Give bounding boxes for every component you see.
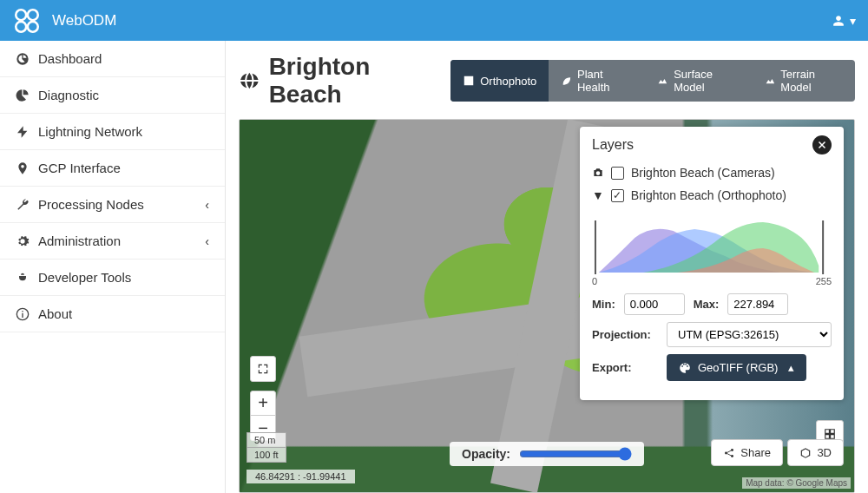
histogram-svg <box>592 212 832 274</box>
close-layers-button[interactable] <box>812 135 832 154</box>
tab-surface-model[interactable]: Surface Model <box>645 60 752 102</box>
sidebar-item-devtools[interactable]: Developer Tools <box>0 260 225 296</box>
share-button[interactable]: Share <box>711 439 783 466</box>
view-tabs: Orthophoto Plant Health Surface Model Te… <box>450 60 855 102</box>
layer-label: Brighton Beach (Cameras) <box>631 166 775 180</box>
bug-icon <box>16 271 30 285</box>
chevron-left-icon: ‹ <box>205 234 209 248</box>
image-icon <box>463 75 475 87</box>
histo-axis-max: 255 <box>816 276 832 286</box>
info-icon <box>16 307 30 321</box>
layer-checkbox[interactable] <box>611 189 624 202</box>
sidebar-item-label: Processing Nodes <box>38 197 144 212</box>
svg-point-2 <box>16 21 26 31</box>
dashboard-icon <box>16 52 30 66</box>
user-icon <box>832 15 845 27</box>
opacity-label: Opacity: <box>462 447 510 461</box>
histo-axis-min: 0 <box>592 276 597 286</box>
pin-icon <box>16 161 30 175</box>
layer-row-orthophoto[interactable]: ▼ Brighton Beach (Orthophoto) <box>592 184 832 207</box>
sidebar-item-label: GCP Interface <box>38 161 121 175</box>
share-icon <box>723 447 735 459</box>
map-viewport[interactable]: + − 50 m 100 ft 46.84291 : -91.99441 Opa… <box>239 119 855 493</box>
sidebar-item-diagnostic[interactable]: Diagnostic <box>0 77 225 114</box>
svg-point-5 <box>725 451 727 454</box>
projection-label: Projection: <box>592 328 660 341</box>
bolt-icon <box>16 125 30 139</box>
tab-orthophoto[interactable]: Orthophoto <box>450 60 549 102</box>
area-icon <box>765 75 776 87</box>
sidebar-item-processing[interactable]: Processing Nodes ‹ <box>0 187 225 223</box>
export-label: Export: <box>592 361 660 374</box>
globe-icon <box>239 69 260 92</box>
camera-icon <box>592 167 604 179</box>
min-input[interactable] <box>624 293 685 315</box>
opacity-control: Opacity: <box>450 442 644 466</box>
coordinates-readout: 46.84291 : -91.99441 <box>247 470 355 483</box>
layers-panel: Layers Brighton Beach (Cameras) ▼ Bright <box>580 127 844 400</box>
zoom-in-button[interactable]: + <box>250 391 276 416</box>
pie-icon <box>16 89 30 102</box>
tab-terrain-model[interactable]: Terrain Model <box>753 60 855 102</box>
close-icon <box>817 140 827 150</box>
sidebar-item-label: Administration <box>38 233 121 248</box>
layer-label: Brighton Beach (Orthophoto) <box>631 188 786 202</box>
sidebar: Dashboard Diagnostic Lightning Network G… <box>0 41 226 493</box>
sidebar-item-about[interactable]: About <box>0 296 225 332</box>
caret-down-icon[interactable]: ▼ <box>592 188 604 202</box>
sidebar-item-lightning[interactable]: Lightning Network <box>0 114 225 150</box>
app-logo-icon <box>12 6 42 36</box>
page-title: Brighton Beach <box>239 53 440 108</box>
svg-point-7 <box>731 455 733 457</box>
tab-plant-health[interactable]: Plant Health <box>549 60 645 102</box>
layer-checkbox[interactable] <box>611 167 624 180</box>
chevron-left-icon: ‹ <box>205 198 209 212</box>
sidebar-item-label: Diagnostic <box>38 88 99 102</box>
sidebar-item-gcp[interactable]: GCP Interface <box>0 150 225 187</box>
fullscreen-button[interactable] <box>250 356 276 382</box>
projection-select[interactable]: UTM (EPSG:32615) <box>667 322 832 347</box>
app-name: WebODM <box>52 12 116 30</box>
max-input[interactable] <box>727 293 788 315</box>
histogram[interactable] <box>592 212 832 274</box>
svg-point-3 <box>28 21 38 31</box>
svg-point-0 <box>16 10 26 20</box>
sidebar-item-label: Developer Tools <box>38 270 131 285</box>
top-bar: WebODM ▾ <box>0 0 868 41</box>
fullscreen-icon <box>257 363 269 375</box>
sidebar-item-label: About <box>38 306 72 321</box>
sidebar-item-dashboard[interactable]: Dashboard <box>0 41 225 77</box>
min-label: Min: <box>592 298 615 311</box>
palette-icon <box>679 362 691 374</box>
layer-row-cameras[interactable]: Brighton Beach (Cameras) <box>592 161 832 184</box>
svg-point-6 <box>731 449 733 451</box>
layers-title: Layers <box>592 137 634 153</box>
opacity-slider[interactable] <box>519 447 632 461</box>
sidebar-item-label: Lightning Network <box>38 124 142 139</box>
caret-up-icon: ▴ <box>788 361 794 374</box>
svg-point-1 <box>28 10 38 20</box>
cube-icon <box>799 447 812 459</box>
caret-down-icon: ▾ <box>850 14 856 28</box>
user-menu[interactable]: ▾ <box>832 14 856 28</box>
max-label: Max: <box>694 298 720 311</box>
wrench-icon <box>16 198 30 212</box>
map-attribution: Map data: © Google Maps <box>742 477 851 489</box>
sidebar-item-label: Dashboard <box>38 51 102 66</box>
sidebar-item-administration[interactable]: Administration ‹ <box>0 223 225 260</box>
area-icon <box>657 75 668 87</box>
three-d-button[interactable]: 3D <box>787 439 844 466</box>
leaf-icon <box>561 75 572 87</box>
export-button[interactable]: GeoTIFF (RGB) ▴ <box>667 354 806 381</box>
grid-icon <box>824 428 836 440</box>
scale-indicator: 50 m 100 ft <box>247 432 286 463</box>
gears-icon <box>16 234 30 248</box>
